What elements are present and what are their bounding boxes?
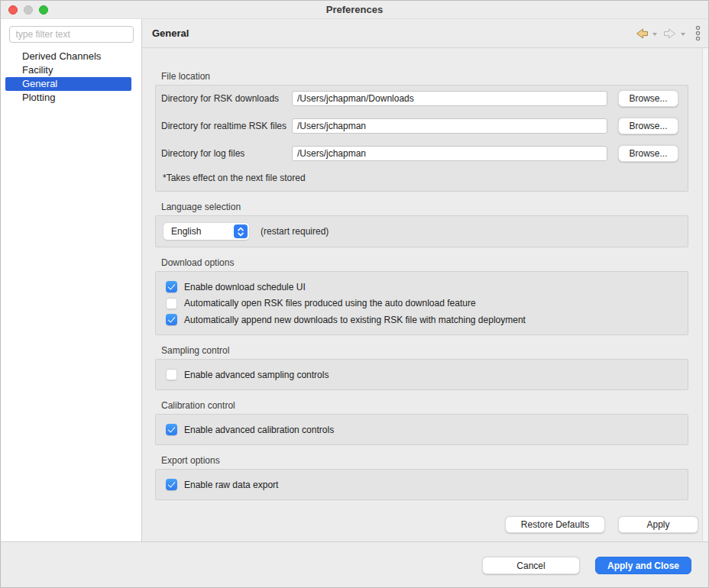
append-downloads-checkbox[interactable] — [166, 314, 177, 325]
settings-content: File location Directory for RSK download… — [142, 48, 708, 541]
tree-item-facility[interactable]: Facility — [1, 63, 141, 77]
file-row-rsk-downloads: Directory for RSK downloads Browse... — [161, 90, 678, 107]
apply-button[interactable]: Apply — [618, 516, 698, 533]
restart-required-hint: (restart required) — [261, 226, 329, 237]
section-label-sampling-control: Sampling control — [161, 345, 688, 356]
checkbox-row-advanced-sampling[interactable]: Enable advanced sampling controls — [165, 367, 678, 383]
filter-input[interactable] — [9, 26, 134, 43]
scrollbar-track — [702, 48, 708, 541]
section-label-export-options: Export options — [161, 455, 688, 466]
tree-item-derived-channels[interactable]: Derived Channels — [1, 50, 141, 63]
directory-label: Directory for log files — [161, 148, 292, 159]
section-label-file-location: File location — [161, 71, 688, 82]
minimize-window-button — [24, 5, 33, 15]
auto-open-rsk-checkbox[interactable] — [166, 298, 177, 309]
file-row-log-files: Directory for log files Browse... — [161, 145, 678, 162]
forward-dropdown-caret-icon — [681, 33, 685, 36]
forward-button — [662, 27, 678, 40]
checkbox-row-auto-open-rsk[interactable]: Automatically open RSK files produced us… — [165, 296, 678, 311]
export-options-group: Enable raw data export — [155, 469, 688, 500]
back-button[interactable] — [633, 27, 650, 40]
browse-log-files-button[interactable]: Browse... — [618, 145, 678, 162]
section-label-download-options: Download options — [161, 257, 688, 268]
back-arrow-icon — [635, 28, 649, 39]
main-pane: General — [142, 19, 708, 541]
rsk-downloads-directory-input[interactable] — [292, 91, 607, 106]
forward-arrow-icon — [663, 28, 677, 39]
preferences-window: Preferences Derived Channels Facility Ge… — [0, 0, 709, 588]
checkbox-label: Automatically append new downloads to ex… — [184, 315, 526, 325]
checkbox-label: Automatically open RSK files produced us… — [184, 298, 476, 309]
dialog-footer: Cancel Apply and Close — [1, 541, 708, 587]
zoom-window-button[interactable] — [39, 5, 48, 15]
language-group: English (restart required) — [155, 215, 688, 247]
close-window-button[interactable] — [8, 5, 18, 15]
back-dropdown-caret-icon[interactable] — [652, 33, 657, 36]
language-select[interactable]: English — [163, 223, 249, 240]
directory-label: Directory for realtime RSK files — [161, 121, 292, 131]
section-label-language: Language selection — [161, 202, 688, 212]
preferences-tree: Derived Channels Facility General Plotti… — [1, 50, 141, 105]
file-location-group: Directory for RSK downloads Browse... Di… — [155, 85, 688, 192]
preferences-sidebar: Derived Channels Facility General Plotti… — [1, 19, 142, 541]
raw-data-export-checkbox[interactable] — [166, 479, 177, 490]
browse-realtime-rsk-button[interactable]: Browse... — [618, 118, 678, 134]
realtime-rsk-directory-input[interactable] — [292, 118, 607, 134]
tree-item-general[interactable]: General — [5, 77, 131, 91]
calibration-control-group: Enable advanced calibration controls — [155, 414, 688, 445]
checkbox-label: Enable raw data export — [184, 480, 278, 490]
language-selected-value: English — [171, 226, 201, 237]
checkbox-row-raw-data-export[interactable]: Enable raw data export — [165, 477, 678, 493]
checkbox-label: Enable advanced sampling controls — [184, 370, 329, 380]
checkbox-row-append-downloads[interactable]: Automatically append new downloads to ex… — [165, 312, 678, 328]
window-body: Derived Channels Facility General Plotti… — [1, 19, 708, 541]
popup-chevrons-icon — [234, 225, 248, 238]
sampling-control-group: Enable advanced sampling controls — [155, 359, 688, 390]
log-files-directory-input[interactable] — [292, 146, 607, 161]
checkbox-label: Enable advanced calibration controls — [184, 425, 334, 435]
file-row-realtime-rsk: Directory for realtime RSK files Browse.… — [161, 118, 678, 134]
download-options-group: Enable download schedule UI Automaticall… — [155, 271, 688, 335]
checkbox-label: Enable download schedule UI — [184, 282, 306, 292]
traffic-lights — [8, 5, 48, 15]
view-menu-icon[interactable] — [694, 25, 701, 41]
checkbox-row-advanced-calibration[interactable]: Enable advanced calibration controls — [165, 422, 678, 438]
tree-item-plotting[interactable]: Plotting — [1, 91, 141, 105]
enable-download-schedule-checkbox[interactable] — [166, 281, 177, 292]
page-header: General — [142, 19, 708, 48]
directory-label: Directory for RSK downloads — [161, 93, 292, 104]
cancel-button[interactable]: Cancel — [482, 557, 580, 574]
page-action-buttons: Restore Defaults Apply — [505, 516, 698, 533]
advanced-calibration-checkbox[interactable] — [166, 424, 177, 435]
apply-and-close-button[interactable]: Apply and Close — [595, 557, 691, 574]
restore-defaults-button[interactable]: Restore Defaults — [505, 516, 605, 533]
titlebar: Preferences — [1, 1, 708, 19]
checkbox-row-download-schedule[interactable]: Enable download schedule UI — [165, 279, 678, 295]
navigation-toolbar — [633, 25, 701, 41]
browse-rsk-downloads-button[interactable]: Browse... — [618, 90, 678, 107]
section-label-calibration-control: Calibration control — [161, 400, 688, 411]
page-title: General — [152, 27, 633, 39]
advanced-sampling-checkbox[interactable] — [166, 369, 177, 380]
window-title: Preferences — [1, 4, 708, 15]
file-location-note: *Takes effect on the next file stored — [163, 173, 678, 183]
